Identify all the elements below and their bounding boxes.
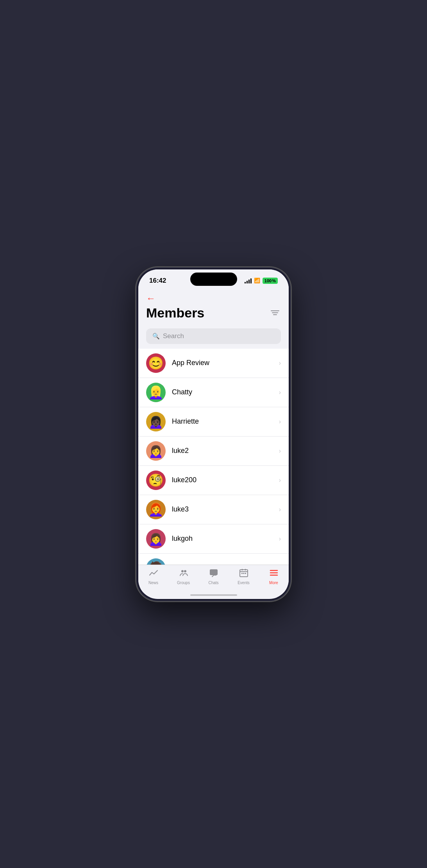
tab-label-events: Events (238, 581, 250, 585)
back-button[interactable]: ← (146, 293, 155, 304)
chevron-right-icon: › (279, 535, 281, 542)
main-content: ← Members 🔍 Search (138, 290, 289, 565)
svg-point-0 (181, 570, 184, 572)
avatar: 🧔 (146, 558, 166, 565)
avatar-emoji: 🧔 (148, 562, 164, 565)
tab-groups[interactable]: Groups (168, 568, 198, 585)
tab-icon-chats (209, 568, 218, 579)
list-item[interactable]: 👩‍🦰 luke3 › (138, 495, 289, 524)
filter-icon-line1 (271, 310, 279, 311)
wifi-icon: 📶 (254, 278, 260, 283)
tab-label-news: News (148, 581, 158, 585)
filter-icon-line2 (272, 312, 278, 313)
member-name: Harriette (172, 417, 279, 426)
svg-rect-8 (243, 573, 244, 574)
status-icons: 📶 100 % (245, 278, 278, 284)
screen: 16:42 📶 100 % ← Mem (138, 269, 289, 599)
list-item[interactable]: 👱‍♀️ Chatty › (138, 378, 289, 407)
avatar-emoji: 👱‍♀️ (148, 386, 164, 399)
member-name: luke3 (172, 505, 279, 513)
tab-icon-more (269, 568, 279, 579)
avatar-emoji: 👩‍🦰 (148, 503, 164, 516)
svg-rect-9 (245, 573, 246, 574)
avatar: 🙍‍♀️ (146, 441, 166, 461)
avatar-emoji: 😊 (148, 357, 164, 369)
chevron-right-icon: › (279, 418, 281, 425)
home-indicator (190, 594, 237, 596)
avatar-emoji: 🙍🏿‍♀️ (148, 415, 164, 428)
avatar: 👩‍🦰 (146, 500, 166, 519)
chevron-right-icon: › (279, 477, 281, 484)
avatar: 🧐 (146, 471, 166, 490)
member-name: lukgoh (172, 535, 279, 543)
tab-bar: News Groups Chats Events More (138, 565, 289, 594)
avatar-emoji: 🙍‍♀️ (148, 533, 164, 545)
avatar-emoji: 🧐 (148, 474, 164, 487)
avatar-emoji: 🙍‍♀️ (148, 445, 164, 457)
tab-label-chats: Chats (208, 581, 218, 585)
search-container: 🔍 Search (138, 325, 289, 349)
members-list: 😊 App Review › 👱‍♀️ Chatty › 🙍🏿‍♀️ Harri… (138, 349, 289, 565)
tab-chats[interactable]: Chats (198, 568, 229, 585)
tab-more[interactable]: More (259, 568, 289, 585)
chevron-right-icon: › (279, 447, 281, 454)
member-name: Chatty (172, 388, 279, 396)
svg-point-1 (184, 570, 186, 572)
header-row: Members (146, 305, 281, 321)
chevron-right-icon: › (279, 389, 281, 396)
member-name: luke200 (172, 476, 279, 484)
list-item[interactable]: 🧔 Matilda › (138, 554, 289, 565)
tab-label-more: More (269, 581, 278, 585)
tab-icon-news (149, 568, 158, 579)
tab-icon-events (239, 568, 248, 579)
filter-button[interactable] (269, 309, 281, 317)
member-name: App Review (172, 359, 279, 367)
tab-icon-groups (179, 568, 188, 579)
phone-shell: 16:42 📶 100 % ← Mem (137, 268, 290, 601)
battery-indicator: 100 % (263, 278, 278, 284)
tab-label-groups: Groups (177, 581, 190, 585)
member-name: luke2 (172, 447, 279, 455)
tab-news[interactable]: News (138, 568, 168, 585)
avatar: 🙍‍♀️ (146, 529, 166, 549)
search-bar[interactable]: 🔍 Search (146, 328, 281, 344)
page-title: Members (146, 305, 204, 321)
chevron-right-icon: › (279, 506, 281, 513)
list-item[interactable]: 🧐 luke200 › (138, 466, 289, 495)
status-time: 16:42 (149, 277, 166, 285)
list-item[interactable]: 😊 App Review › (138, 349, 289, 378)
list-item[interactable]: 🙍‍♀️ lukgoh › (138, 524, 289, 554)
search-placeholder: Search (163, 332, 184, 340)
avatar: 👱‍♀️ (146, 383, 166, 402)
svg-rect-2 (210, 569, 218, 575)
avatar: 🙍🏿‍♀️ (146, 412, 166, 431)
filter-icon-line3 (273, 314, 277, 315)
chevron-right-icon: › (279, 360, 281, 367)
tab-events[interactable]: Events (229, 568, 259, 585)
dynamic-island (190, 273, 237, 286)
list-item[interactable]: 🙍🏿‍♀️ Harriette › (138, 407, 289, 437)
avatar: 😊 (146, 353, 166, 373)
svg-rect-7 (241, 573, 243, 574)
header: ← Members (138, 290, 289, 325)
list-item[interactable]: 🙍‍♀️ luke2 › (138, 437, 289, 466)
signal-icon (245, 278, 252, 283)
search-icon: 🔍 (152, 333, 160, 340)
